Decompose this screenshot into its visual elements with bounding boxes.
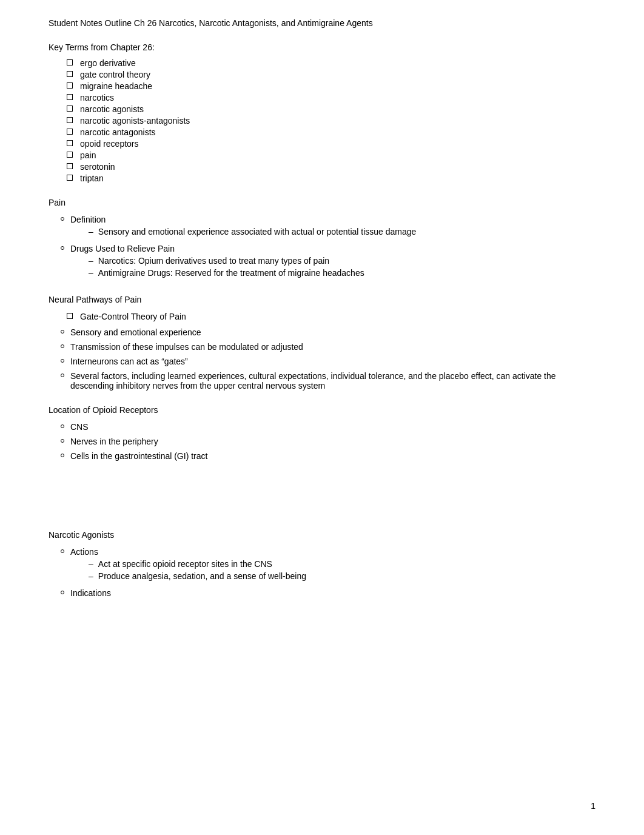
- list-item: narcotic agonists-antagonists: [67, 116, 595, 126]
- list-item: – Sensory and emotional experience assoc…: [89, 227, 416, 236]
- square-bullet: [67, 94, 73, 100]
- bullet-dot: [61, 359, 64, 363]
- drugs-sublist: – Narcotics: Opium derivatives used to t…: [89, 256, 364, 278]
- list-item: Interneurons can act as “gates”: [61, 357, 595, 366]
- list-item: Actions – Act at specific opioid recepto…: [61, 547, 595, 583]
- list-item: migraine headache: [67, 81, 595, 91]
- pain-heading: Pain: [49, 198, 595, 207]
- bullet-dot: [61, 374, 64, 377]
- pain-section: Pain Definition – Sensory and emotional …: [49, 198, 595, 280]
- square-bullet: [67, 140, 73, 146]
- list-item: Nerves in the periphery: [61, 437, 595, 446]
- list-item: narcotics: [67, 93, 595, 102]
- bullet-dot: [61, 439, 64, 443]
- bullet-dot: [61, 217, 64, 221]
- list-item: Several factors, including learned exper…: [61, 371, 595, 391]
- definition-sublist: – Sensory and emotional experience assoc…: [89, 227, 416, 236]
- pain-bullets: Definition – Sensory and emotional exper…: [61, 215, 595, 280]
- gate-control-list: Gate-Control Theory of Pain: [67, 312, 595, 321]
- square-bullet: [67, 175, 73, 181]
- list-item: Definition – Sensory and emotional exper…: [61, 215, 595, 239]
- list-item: opoid receptors: [67, 139, 595, 149]
- neural-pathways-heading: Neural Pathways of Pain: [49, 295, 595, 304]
- list-item: CNS: [61, 422, 595, 432]
- bullet-dot: [61, 591, 64, 594]
- square-bullet: [67, 313, 73, 319]
- bullet-dot: [61, 246, 64, 250]
- opioid-bullets: CNS Nerves in the periphery Cells in the…: [61, 422, 595, 461]
- square-bullet: [67, 129, 73, 135]
- list-item: – Act at specific opioid receptor sites …: [89, 559, 306, 569]
- square-bullet: [67, 71, 73, 77]
- header-title: Student Notes Outline Ch 26 Narcotics, N…: [49, 18, 373, 28]
- narcotic-bullets: Actions – Act at specific opioid recepto…: [61, 547, 595, 598]
- bullet-dot: [61, 344, 64, 348]
- list-item: Sensory and emotional experience: [61, 327, 595, 337]
- opioid-receptors-section: Location of Opioid Receptors CNS Nerves …: [49, 405, 595, 461]
- opioid-receptors-heading: Location of Opioid Receptors: [49, 405, 595, 415]
- square-bullet: [67, 117, 73, 123]
- bullet-dot: [61, 424, 64, 428]
- neural-bullets: Sensory and emotional experience Transmi…: [61, 327, 595, 391]
- list-item: – Antimigraine Drugs: Reserved for the t…: [89, 268, 364, 278]
- list-item: Transmission of these impulses can be mo…: [61, 342, 595, 352]
- list-item: Indications: [61, 588, 595, 598]
- narcotic-agonists-heading: Narcotic Agonists: [49, 530, 595, 540]
- square-bullet: [67, 82, 73, 89]
- key-terms-list: ergo derivativegate control theorymigrai…: [67, 58, 595, 183]
- list-item: serotonin: [67, 162, 595, 172]
- list-item: Cells in the gastrointestinal (GI) tract: [61, 451, 595, 461]
- square-bullet: [67, 59, 73, 65]
- square-bullet: [67, 152, 73, 158]
- bullet-dot: [61, 330, 64, 334]
- bullet-dot: [61, 549, 64, 553]
- list-item: pain: [67, 150, 595, 160]
- actions-sublist: – Act at specific opioid receptor sites …: [89, 559, 306, 581]
- bullet-dot: [61, 454, 64, 457]
- list-item: Drugs Used to Relieve Pain – Narcotics: …: [61, 244, 595, 280]
- list-item: ergo derivative: [67, 58, 595, 68]
- list-item: gate control theory: [67, 70, 595, 79]
- page-header: Student Notes Outline Ch 26 Narcotics, N…: [49, 18, 595, 28]
- list-item: – Narcotics: Opium derivatives used to t…: [89, 256, 364, 266]
- list-item: narcotic antagonists: [67, 127, 595, 137]
- neural-pathways-section: Neural Pathways of Pain Gate-Control The…: [49, 295, 595, 391]
- page-number: 1: [591, 801, 595, 811]
- list-item: – Produce analgesia, sedation, and a sen…: [89, 571, 306, 581]
- list-item: Gate-Control Theory of Pain: [67, 312, 595, 321]
- narcotic-agonists-section: Narcotic Agonists Actions – Act at speci…: [49, 530, 595, 598]
- list-item: narcotic agonists: [67, 104, 595, 114]
- key-terms-heading: Key Terms from Chapter 26:: [49, 42, 595, 52]
- square-bullet: [67, 163, 73, 169]
- list-item: triptan: [67, 173, 595, 183]
- square-bullet: [67, 106, 73, 112]
